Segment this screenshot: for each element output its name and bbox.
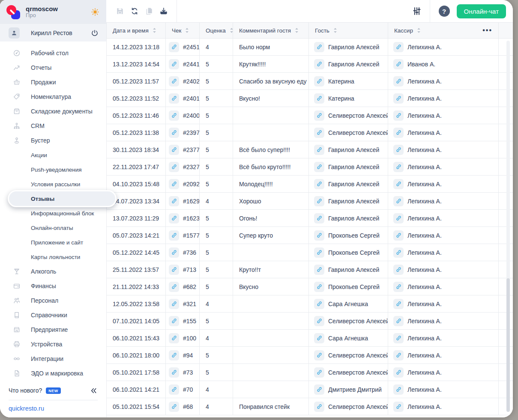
vertical-scrollbar-thumb[interactable] <box>506 278 510 412</box>
guest-link-icon[interactable] <box>314 350 324 360</box>
sort-icon[interactable] <box>185 27 189 33</box>
table-row[interactable]: 07.10.2021 14:05#1555Селиверстов Алексей… <box>107 313 513 330</box>
check-link-icon[interactable] <box>169 128 179 138</box>
cashier-link-icon[interactable] <box>393 42 404 52</box>
cashier-link-icon[interactable] <box>393 265 404 275</box>
table-row[interactable]: 05.12.2023 11:46#24005Селиверстов Алексе… <box>107 107 513 124</box>
sidebar-item-reports[interactable]: Отчеты <box>0 60 106 75</box>
sidebar-item-sub-8[interactable]: Push-уведомления <box>0 162 106 177</box>
online-chat-button[interactable]: Онлайн-чат <box>457 4 506 18</box>
copy-icon[interactable] <box>143 5 155 17</box>
collapse-sidebar-icon[interactable] <box>90 387 98 395</box>
cashier-link-icon[interactable] <box>393 367 404 378</box>
check-link-icon[interactable] <box>169 282 179 292</box>
table-row[interactable]: 13.07.2023 11:29#16235Огонь!Гаврилов Але… <box>107 210 513 227</box>
table-row[interactable]: 05.12.2023 11:52#24015Вкусно!КатеринаЛеп… <box>107 90 513 107</box>
cashier-link-icon[interactable] <box>393 93 404 104</box>
sidebar-item-sub-10[interactable]: Отзывы <box>0 191 106 206</box>
check-link-icon[interactable] <box>169 42 179 52</box>
cashier-link-icon[interactable] <box>393 59 404 69</box>
guest-link-icon[interactable] <box>314 179 324 189</box>
table-row[interactable]: 25.11.2022 13:57#7135Круто!!тГаврилов Ал… <box>107 261 513 278</box>
guest-link-icon[interactable] <box>314 110 324 121</box>
guest-link-icon[interactable] <box>314 128 324 138</box>
table-row[interactable]: 06.10.2021 14:21#704Дмитриев ДмитрийЛепи… <box>107 381 513 398</box>
check-link-icon[interactable] <box>169 162 179 172</box>
column-header-comment[interactable]: Комментарий гостя <box>233 23 309 38</box>
guest-link-icon[interactable] <box>314 42 324 52</box>
cashier-link-icon[interactable] <box>393 282 404 292</box>
check-link-icon[interactable] <box>169 196 179 206</box>
sort-icon[interactable] <box>417 27 421 33</box>
cashier-link-icon[interactable] <box>393 110 404 121</box>
table-row[interactable]: 12.05.2022 13:58#3214Сара АгнешкаЛепихин… <box>107 295 513 313</box>
table-row[interactable]: 05.12.2022 14:45#7365Прокопьев СергейЛеп… <box>107 244 513 261</box>
guest-link-icon[interactable] <box>314 93 324 104</box>
cashier-link-icon[interactable] <box>393 316 404 326</box>
table-row[interactable]: 22.11.2023 17:47#23275Всё было круто!!!!… <box>107 158 513 176</box>
sidebar-item-sub-14[interactable]: Карты лояльности <box>0 250 106 264</box>
column-header-rating[interactable]: Оценка <box>200 23 233 38</box>
sidebar-item-directories[interactable]: Справочники <box>0 308 106 322</box>
cashier-link-icon[interactable] <box>393 162 404 172</box>
sidebar-item-devices[interactable]: Устройства <box>0 337 106 351</box>
check-link-icon[interactable] <box>169 402 179 412</box>
check-link-icon[interactable] <box>169 265 179 275</box>
sidebar-item-finance[interactable]: Финансы <box>0 279 106 293</box>
column-header-cashier[interactable]: Кассир ••• <box>388 23 499 38</box>
filter-sliders-icon[interactable] <box>412 6 422 16</box>
sidebar-item-dashboard[interactable]: Рабочий стол <box>0 46 106 60</box>
table-row[interactable]: 05.10.2021 15:54#684Понравился стейкСели… <box>107 398 513 415</box>
column-settings-menu[interactable]: ••• <box>482 27 492 34</box>
column-header-check[interactable]: Чек <box>166 23 200 38</box>
table-row[interactable]: 05.07.2023 14:21#15775Супер крутоПрокопь… <box>107 227 513 244</box>
cashier-link-icon[interactable] <box>393 76 404 86</box>
table-row[interactable]: 04.10.2023 15:48#20925Молодец!!!!!Гаврил… <box>107 176 513 193</box>
check-link-icon[interactable] <box>169 76 179 86</box>
cashier-link-icon[interactable] <box>393 145 404 155</box>
sort-icon[interactable] <box>333 27 337 33</box>
table-row[interactable]: 14.12.2023 13:18#24514Было нормГаврилов … <box>107 39 513 56</box>
cashier-link-icon[interactable] <box>393 179 404 189</box>
table-row[interactable]: 21.11.2022 14:33#6825ВкусноПрокопьев Сер… <box>107 278 513 295</box>
logout-power-icon[interactable] <box>91 29 99 37</box>
cashier-link-icon[interactable] <box>393 402 404 412</box>
check-link-icon[interactable] <box>169 350 179 360</box>
guest-link-icon[interactable] <box>314 162 324 172</box>
table-row[interactable]: 14.07.2023 13:34#16294ХорошоГаврилов Але… <box>107 193 513 210</box>
refresh-icon[interactable] <box>129 5 141 17</box>
column-header-datetime[interactable]: Дата и время <box>107 23 166 38</box>
table-row[interactable]: 06.10.2021 15:43#1004Сара АгнешкаЛепихин… <box>107 330 513 347</box>
cashier-link-icon[interactable] <box>393 196 404 206</box>
sidebar-item-nomenclature[interactable]: Номенклатура <box>0 89 106 104</box>
quickresto-site-link[interactable]: quickresto.ru <box>9 403 44 412</box>
sidebar-item-enterprise[interactable]: Предприятие <box>0 322 106 337</box>
sidebar-item-warehouse[interactable]: Складские документы <box>0 104 106 119</box>
guest-link-icon[interactable] <box>314 196 324 206</box>
guest-link-icon[interactable] <box>314 402 324 412</box>
sidebar-item-edo[interactable]: ЭДО и маркировка <box>0 366 106 381</box>
guest-link-icon[interactable] <box>314 316 324 326</box>
table-row[interactable]: 05.12.2023 11:57#24025Спасибо за вкусную… <box>107 73 513 90</box>
check-link-icon[interactable] <box>169 110 179 121</box>
cashier-link-icon[interactable] <box>393 230 404 241</box>
cashier-link-icon[interactable] <box>393 384 404 395</box>
table-row[interactable]: 13.12.2023 14:54#24415Крутяк!!!!!Гаврило… <box>107 56 513 73</box>
sidebar-item-crm[interactable]: CRM <box>0 119 106 133</box>
sidebar-item-sub-11[interactable]: Информационный блок <box>0 206 106 220</box>
sidebar-item-sub-12[interactable]: Онлайн-оплаты <box>0 220 106 235</box>
guest-link-icon[interactable] <box>314 247 324 258</box>
check-link-icon[interactable] <box>169 213 179 223</box>
sidebar-item-alcohol[interactable]: Алкоголь <box>0 264 106 279</box>
sidebar-item-sub-9[interactable]: Условия рассылки <box>0 177 106 191</box>
guest-link-icon[interactable] <box>314 367 324 378</box>
check-link-icon[interactable] <box>169 316 179 326</box>
sort-icon[interactable] <box>153 27 156 33</box>
sidebar-item-sub-13[interactable]: Приложение и сайт <box>0 235 106 250</box>
sidebar-item-integrations[interactable]: Интеграции <box>0 351 106 366</box>
check-link-icon[interactable] <box>169 230 179 241</box>
guest-link-icon[interactable] <box>314 282 324 292</box>
check-link-icon[interactable] <box>169 179 179 189</box>
guest-link-icon[interactable] <box>314 145 324 155</box>
guest-link-icon[interactable] <box>314 333 324 343</box>
